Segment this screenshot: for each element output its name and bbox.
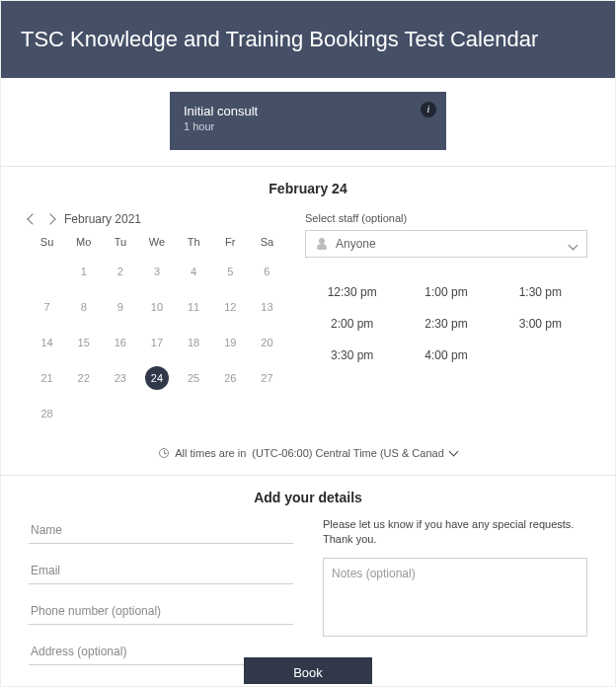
calendar-day	[212, 402, 249, 425]
calendar-day[interactable]: 12	[218, 295, 242, 319]
time-slot[interactable]: 4:00 pm	[399, 348, 493, 362]
timezone-value: (UTC-06:00) Central Time (US & Canad	[252, 447, 443, 459]
time-slot-grid: 12:30 pm1:00 pm1:30 pm2:00 pm2:30 pm3:00…	[305, 285, 587, 362]
chevron-left-icon[interactable]	[27, 213, 38, 224]
notes-side: Please let us know if you have any speci…	[323, 517, 587, 679]
calendar-weekday: Fr	[212, 236, 249, 248]
calendar-day[interactable]: 18	[182, 331, 205, 354]
staff-select[interactable]: Anyone	[305, 230, 587, 258]
calendar-day[interactable]: 10	[145, 295, 169, 319]
email-field[interactable]	[29, 558, 293, 584]
time-slot[interactable]: 12:30 pm	[305, 285, 399, 299]
chevron-right-icon[interactable]	[44, 213, 55, 224]
calendar-day[interactable]: 7	[36, 295, 59, 319]
calendar-day[interactable]: 17	[145, 331, 169, 354]
page-header: TSC Knowledge and Training Bookings Test…	[1, 1, 615, 78]
time-slot	[494, 348, 587, 362]
calendar-day[interactable]: 27	[255, 366, 278, 390]
page-title: TSC Knowledge and Training Bookings Test…	[21, 27, 538, 51]
chevron-down-icon	[569, 241, 578, 251]
calendar-weekday: We	[138, 236, 175, 248]
calendar-day	[102, 402, 138, 425]
details-heading: Add your details	[1, 476, 615, 517]
calendar-day[interactable]: 13	[255, 295, 278, 319]
calendar-day[interactable]: 28	[36, 402, 59, 425]
book-button-area: Book	[1, 657, 615, 686]
time-slot[interactable]: 2:30 pm	[399, 317, 493, 331]
calendar-day	[249, 402, 285, 425]
calendar-day[interactable]: 23	[109, 366, 132, 390]
calendar-weekday: Sa	[249, 236, 285, 248]
calendar-weekday: Su	[29, 236, 65, 248]
service-duration: 1 hour	[184, 120, 432, 132]
schedule-area: February 2021 SuMoTuWeThFrSa123456789101…	[1, 208, 615, 437]
calendar-day	[29, 260, 65, 283]
notes-message: Please let us know if you have any speci…	[323, 517, 587, 548]
calendar-day[interactable]: 22	[72, 366, 96, 390]
calendar-weekday: Mo	[65, 236, 102, 248]
person-icon	[316, 238, 328, 250]
service-card-area: Initial consult 1 hour i	[1, 78, 615, 166]
timezone-prefix: All times are in	[175, 447, 246, 459]
calendar-panel: February 2021 SuMoTuWeThFrSa123456789101…	[29, 208, 285, 425]
timezone-row[interactable]: All times are in (UTC-06:00) Central Tim…	[1, 437, 615, 475]
calendar-day[interactable]: 5	[218, 260, 242, 283]
time-panel: Select staff (optional) Anyone 12:30 pm1…	[305, 208, 587, 425]
calendar-day[interactable]: 2	[109, 260, 132, 283]
calendar-day[interactable]: 15	[72, 331, 96, 354]
calendar-day[interactable]: 19	[218, 331, 242, 354]
name-field[interactable]	[29, 517, 293, 544]
calendar-day	[138, 402, 175, 425]
staff-select-label: Select staff (optional)	[305, 208, 587, 224]
time-slot[interactable]: 1:00 pm	[399, 285, 493, 299]
calendar-day[interactable]: 25	[182, 366, 205, 390]
detail-fields	[29, 517, 293, 679]
time-slot[interactable]: 3:00 pm	[494, 317, 587, 331]
time-slot[interactable]: 1:30 pm	[494, 285, 587, 299]
calendar-day[interactable]: 20	[255, 331, 278, 354]
calendar-day[interactable]: 8	[72, 295, 96, 319]
calendar-grid: SuMoTuWeThFrSa12345678910111213141516171…	[29, 236, 285, 425]
info-icon[interactable]: i	[421, 102, 436, 117]
calendar-day[interactable]: 3	[145, 260, 169, 283]
calendar-day[interactable]: 6	[255, 260, 278, 283]
chevron-down-icon	[448, 446, 458, 456]
details-area: Please let us know if you have any speci…	[1, 517, 615, 679]
time-slot[interactable]: 3:30 pm	[305, 348, 399, 362]
calendar-day[interactable]: 4	[182, 260, 205, 283]
calendar-weekday: Tu	[102, 236, 138, 248]
notes-field[interactable]	[323, 558, 587, 637]
clock-icon	[159, 448, 169, 458]
calendar-day[interactable]: 24	[145, 366, 169, 390]
time-slot[interactable]: 2:00 pm	[305, 317, 399, 331]
calendar-weekday: Th	[176, 236, 212, 248]
calendar-day[interactable]: 26	[218, 366, 242, 390]
calendar-month-label: February 2021	[64, 212, 141, 226]
calendar-day[interactable]: 9	[109, 295, 132, 319]
calendar-day[interactable]: 14	[36, 331, 59, 354]
selected-date-heading: February 24	[1, 167, 615, 208]
calendar-day[interactable]: 21	[36, 366, 59, 390]
calendar-day[interactable]: 11	[182, 295, 205, 319]
service-name: Initial consult	[184, 104, 432, 118]
calendar-day	[176, 402, 212, 425]
staff-selected-value: Anyone	[336, 237, 376, 251]
book-button[interactable]: Book	[244, 657, 372, 684]
calendar-day	[65, 402, 102, 425]
calendar-day[interactable]: 16	[109, 331, 132, 354]
phone-field[interactable]	[29, 598, 293, 625]
service-card[interactable]: Initial consult 1 hour i	[170, 92, 446, 150]
calendar-day[interactable]: 1	[72, 260, 96, 283]
calendar-nav: February 2021	[29, 208, 285, 236]
